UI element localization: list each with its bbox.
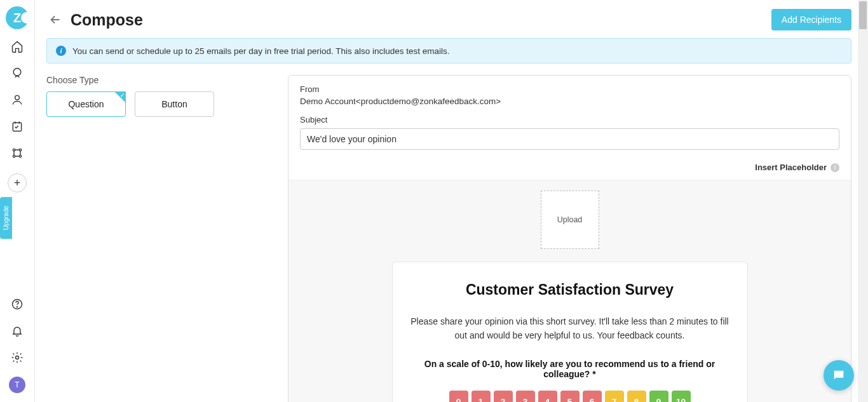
svg-point-0 (13, 69, 21, 76)
compose-panel: From Demo Account<productdemo@zonkafeedb… (288, 75, 851, 402)
choose-type-label: Choose Type (46, 75, 275, 85)
logo-letter: Z (13, 11, 21, 25)
svg-point-4 (19, 149, 21, 151)
nps-cell-0[interactable]: 0 (449, 391, 468, 402)
scrollbar[interactable] (858, 0, 868, 402)
from-value: Demo Account<productdemo@zonkafeedback.c… (300, 97, 839, 106)
type-card-label: Button (161, 99, 187, 109)
nps-cell-10[interactable]: 10 (672, 391, 691, 402)
chat-bubble-icon[interactable] (824, 360, 854, 391)
gear-icon[interactable] (10, 350, 25, 365)
survey-title: Customer Satisfaction Survey (409, 281, 731, 298)
nps-cell-5[interactable]: 5 (560, 391, 580, 402)
nps-cell-8[interactable]: 8 (627, 391, 646, 402)
nav-icons (10, 39, 25, 161)
help-icon[interactable] (10, 297, 25, 312)
nps-cell-6[interactable]: 6 (583, 391, 602, 402)
svg-point-1 (15, 95, 20, 100)
home-icon[interactable] (10, 39, 25, 54)
main: Compose Add Recipients i You can send or… (35, 0, 868, 402)
nps-cell-7[interactable]: 7 (605, 391, 624, 402)
type-card-question[interactable]: Question (46, 91, 126, 117)
upgrade-tab[interactable]: Upgrade (0, 197, 12, 239)
survey-description: Please share your opinion via this short… (409, 315, 731, 342)
info-icon: i (56, 46, 66, 56)
choose-type-panel: Choose Type Question Button (46, 75, 275, 402)
subject-label: Subject (300, 115, 839, 124)
logo[interactable]: Z (6, 6, 29, 29)
back-arrow-icon[interactable] (46, 11, 64, 29)
nps-cell-4[interactable]: 4 (538, 391, 557, 402)
info-banner: i You can send or schedule up to 25 emai… (46, 38, 851, 64)
add-button[interactable]: + (8, 173, 27, 192)
page-title: Compose (71, 11, 143, 29)
bell-icon[interactable] (10, 323, 25, 338)
info-banner-text: You can send or schedule up to 25 emails… (72, 46, 450, 56)
insert-placeholder-link[interactable]: Insert Placeholder (755, 163, 827, 172)
type-card-label: Question (68, 99, 104, 109)
workflow-icon[interactable] (10, 145, 25, 161)
add-recipients-button[interactable]: Add Recipients (771, 9, 851, 30)
nps-cell-3[interactable]: 3 (516, 391, 535, 402)
survey-question: On a scale of 0-10, how likely are you t… (409, 359, 731, 379)
email-preview: Upload Customer Satisfaction Survey Plea… (288, 180, 851, 402)
survey-card: Customer Satisfaction Survey Please shar… (392, 262, 748, 402)
nps-cell-9[interactable]: 9 (649, 391, 668, 402)
header: Compose Add Recipients (46, 9, 851, 30)
tasks-icon[interactable] (10, 119, 25, 134)
nps-cell-2[interactable]: 2 (494, 391, 513, 402)
type-card-button[interactable]: Button (135, 91, 214, 117)
sidebar: Z + Upgrade T (0, 0, 35, 402)
svg-point-9 (16, 356, 19, 359)
avatar[interactable]: T (9, 377, 25, 393)
check-icon (114, 91, 126, 103)
subject-input[interactable] (300, 128, 839, 150)
nps-cell-1[interactable]: 1 (471, 391, 491, 402)
from-label: From (300, 84, 839, 94)
svg-point-6 (19, 155, 21, 157)
svg-point-3 (13, 149, 15, 151)
upload-logo-box[interactable]: Upload (541, 191, 599, 249)
bottom-icons: T (9, 297, 25, 393)
feedback-icon[interactable] (10, 65, 25, 81)
contacts-icon[interactable] (10, 92, 25, 107)
svg-point-5 (13, 155, 15, 157)
nps-scale: 012345678910 (409, 391, 731, 402)
scrollbar-thumb[interactable] (859, 1, 867, 29)
info-icon: i (831, 163, 839, 172)
svg-point-8 (17, 307, 18, 307)
